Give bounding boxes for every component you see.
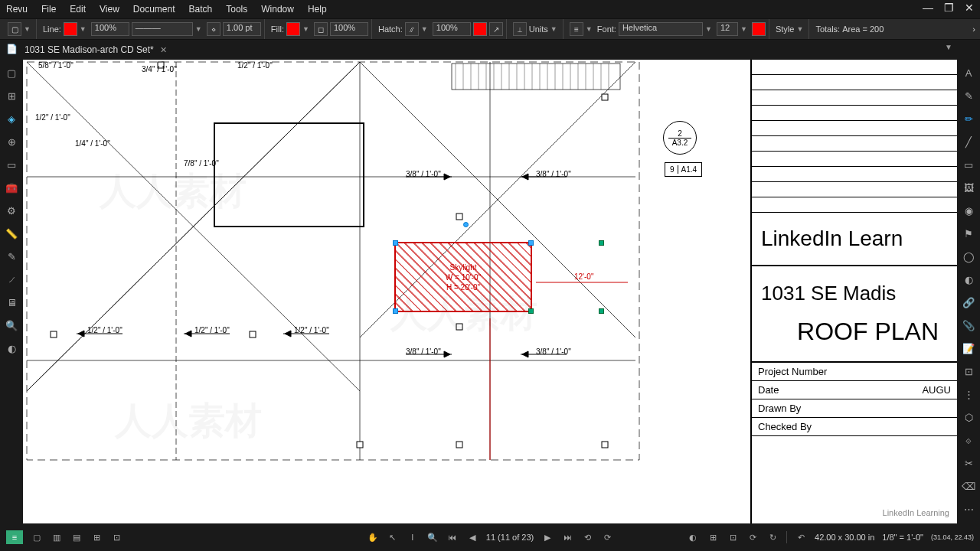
snap-icon[interactable]: ⊡ bbox=[727, 531, 739, 543]
chevron-down-icon[interactable]: ▼ bbox=[740, 25, 750, 33]
thumbnails-icon[interactable]: ⊞ bbox=[5, 89, 18, 103]
line-tool-icon[interactable]: ╱ bbox=[962, 135, 975, 148]
layers-icon[interactable]: ◈ bbox=[5, 112, 18, 126]
cloud-icon[interactable]: ◯ bbox=[962, 249, 975, 263]
chevron-down-icon[interactable]: ▼ bbox=[705, 25, 714, 33]
signatures-icon[interactable]: ✎ bbox=[5, 249, 18, 263]
undo-icon[interactable]: ↶ bbox=[795, 531, 807, 543]
hatch-opacity-select[interactable]: 100% bbox=[433, 22, 471, 36]
group-icon[interactable]: ⊡ bbox=[962, 364, 975, 378]
resize-handle[interactable] bbox=[393, 240, 398, 246]
flag-icon[interactable]: ⚑ bbox=[962, 227, 975, 240]
text-tool-icon[interactable]: A bbox=[962, 66, 975, 80]
resize-handle[interactable] bbox=[528, 240, 534, 246]
sequence-icon[interactable]: ⋮ bbox=[962, 387, 975, 401]
hyperlink-icon[interactable]: 🔗 bbox=[962, 295, 975, 309]
line-style-select[interactable]: ——— bbox=[132, 22, 193, 36]
single-page-icon[interactable]: ▢ bbox=[31, 531, 43, 543]
markup-icon[interactable]: ▭ bbox=[5, 158, 18, 171]
page-info[interactable]: 11 (11 of 23) bbox=[486, 533, 534, 542]
font-color-swatch[interactable] bbox=[752, 22, 766, 36]
menu-view[interactable]: View bbox=[100, 4, 119, 15]
next-page-icon[interactable]: ▶ bbox=[541, 531, 554, 543]
font-select[interactable]: Helvetica bbox=[619, 22, 703, 36]
highlight-icon[interactable]: ✎ bbox=[962, 89, 975, 103]
fill-none-icon[interactable]: ◻ bbox=[314, 22, 328, 36]
attachment-icon[interactable]: 📎 bbox=[962, 318, 975, 332]
sets-icon[interactable]: ◐ bbox=[5, 341, 18, 355]
hatch-color-swatch[interactable] bbox=[473, 22, 487, 36]
studio-icon[interactable]: 🖥 bbox=[5, 295, 18, 309]
polyline-icon[interactable]: ⟐ bbox=[962, 433, 975, 447]
prev-page-icon[interactable]: ◀ bbox=[466, 531, 479, 543]
sync-icon[interactable]: ⟳ bbox=[746, 531, 759, 543]
rectangle-icon[interactable]: ▭ bbox=[962, 158, 975, 171]
file-access-icon[interactable]: ▢ bbox=[5, 66, 18, 80]
multi-page-icon[interactable]: ⊞ bbox=[90, 531, 103, 543]
callout-icon[interactable]: ◐ bbox=[962, 272, 975, 286]
rotate-handle[interactable] bbox=[463, 222, 469, 227]
hatch-pattern-icon[interactable]: ⫽ bbox=[405, 22, 419, 36]
spaces-icon[interactable]: ⊕ bbox=[5, 135, 18, 148]
reuse-icon[interactable]: ↻ bbox=[766, 531, 779, 543]
eraser-icon[interactable]: ⌫ bbox=[962, 479, 975, 493]
measure-icon[interactable]: ⟂ bbox=[513, 22, 527, 36]
menu-window[interactable]: Window bbox=[261, 4, 294, 15]
last-page-icon[interactable]: ⏭ bbox=[561, 531, 573, 543]
chevron-down-icon[interactable]: ▼ bbox=[195, 25, 204, 33]
fill-color-swatch[interactable] bbox=[286, 22, 300, 36]
profile-icon[interactable]: ▢ bbox=[8, 22, 21, 36]
markups-list-icon[interactable]: ≡ bbox=[6, 530, 23, 544]
continuous-icon[interactable]: ⊡ bbox=[110, 531, 122, 543]
tab-document[interactable]: 1031 SE Madison-arch CD Set* bbox=[24, 44, 154, 55]
measurements-icon[interactable]: 📏 bbox=[5, 227, 18, 240]
count-icon[interactable]: ⬡ bbox=[962, 410, 975, 424]
chevron-down-icon[interactable]: ▼ bbox=[586, 25, 595, 33]
line-opacity-select[interactable]: 100% bbox=[91, 22, 129, 36]
chevron-down-icon[interactable]: ▼ bbox=[421, 25, 430, 33]
select-icon[interactable]: ↖ bbox=[387, 531, 399, 543]
chevron-down-icon[interactable]: ▼ bbox=[550, 25, 560, 33]
tab-close-icon[interactable]: ✕ bbox=[160, 45, 167, 55]
forms-icon[interactable]: ⟋ bbox=[5, 272, 18, 286]
pan-icon[interactable]: ✋ bbox=[367, 531, 379, 543]
image-icon[interactable]: 🖼 bbox=[962, 181, 975, 194]
line-end-icon[interactable]: ⋄ bbox=[207, 22, 220, 36]
menu-document[interactable]: Document bbox=[133, 4, 175, 15]
main-drawing-area[interactable]: 1/2" / 1'-0" 1/4" / 1'-0" 1/2" / 1'-0" 1… bbox=[23, 60, 957, 523]
chevron-down-icon[interactable]: ▼ bbox=[80, 25, 89, 33]
menu-batch[interactable]: Batch bbox=[189, 4, 213, 15]
search-icon[interactable]: 🔍 bbox=[5, 318, 18, 332]
menu-help[interactable]: Help bbox=[308, 4, 327, 15]
toolchest-icon[interactable]: 🧰 bbox=[5, 181, 18, 194]
toolbar-overflow-icon[interactable]: › bbox=[972, 24, 975, 34]
menu-edit[interactable]: Edit bbox=[70, 4, 86, 15]
stamp-icon[interactable]: ◉ bbox=[962, 204, 975, 217]
scale[interactable]: 1/8" = 1'-0" bbox=[882, 533, 923, 542]
note-icon[interactable]: 📝 bbox=[962, 341, 975, 355]
properties-icon[interactable]: ⚙ bbox=[5, 204, 18, 217]
resize-handle[interactable] bbox=[599, 308, 604, 314]
fill-opacity-select[interactable]: 100% bbox=[330, 22, 368, 36]
minimize-button[interactable]: — bbox=[923, 2, 933, 14]
prev-view-icon[interactable]: ⟲ bbox=[581, 531, 593, 543]
menu-file[interactable]: File bbox=[41, 4, 56, 15]
chevron-down-icon[interactable]: ▼ bbox=[24, 25, 33, 33]
chevron-down-icon[interactable]: ▼ bbox=[796, 25, 805, 33]
font-size-input[interactable]: 12 bbox=[717, 22, 738, 36]
text-select-icon[interactable]: I bbox=[407, 531, 419, 543]
resize-handle[interactable] bbox=[599, 240, 604, 246]
resize-handle[interactable] bbox=[393, 308, 398, 314]
grid-icon[interactable]: ⊞ bbox=[707, 531, 719, 543]
dimmer-icon[interactable]: ◐ bbox=[687, 531, 699, 543]
hatch-scale-icon[interactable]: ↗ bbox=[489, 22, 503, 36]
menu-tools[interactable]: Tools bbox=[226, 4, 247, 15]
line-color-swatch[interactable] bbox=[64, 22, 77, 36]
maximize-button[interactable]: ❐ bbox=[944, 2, 954, 14]
zoom-icon[interactable]: 🔍 bbox=[426, 531, 439, 543]
more-icon[interactable]: ⋯ bbox=[962, 502, 975, 516]
menu-revu[interactable]: Revu bbox=[6, 4, 28, 15]
align-icon[interactable]: ≡ bbox=[570, 22, 583, 36]
split-horizontal-icon[interactable]: ▤ bbox=[70, 531, 83, 543]
resize-handle[interactable] bbox=[528, 308, 534, 314]
